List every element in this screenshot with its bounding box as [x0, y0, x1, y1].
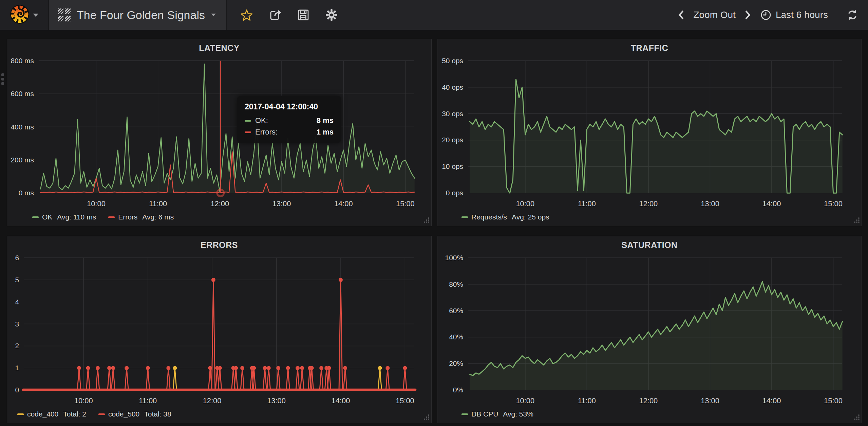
errors-chart[interactable]: 012345610:0011:0012:0013:0014:0015:00 [7, 236, 431, 423]
gear-icon [325, 8, 338, 21]
panel-errors: ERRORS 012345610:0011:0012:0013:0014:001… [7, 236, 432, 423]
panel-title-errors[interactable]: ERRORS [7, 240, 431, 250]
spike-code_500 [167, 368, 170, 390]
x-tick-label: 12:00 [210, 199, 229, 208]
panel-title-traffic[interactable]: TRAFFIC [437, 43, 862, 53]
spike-dot-code_500 [111, 366, 115, 370]
spike-dot-code_500 [276, 366, 280, 370]
spike-code_500 [300, 368, 304, 390]
spike-code_500 [263, 368, 266, 390]
series-fill [40, 64, 414, 193]
chevron-down-icon [211, 14, 216, 16]
panel-title-saturation[interactable]: SATURATION [437, 240, 862, 250]
latency-tooltip: 2017-04-04 12:00:40 OK: 8 ms Errors: 1 m… [237, 96, 341, 143]
y-tick-label: 0 [15, 386, 19, 394]
dashboard-grid: LATENCY 0 ms200 ms400 ms600 ms800 ms10:0… [0, 31, 868, 423]
saturation-chart[interactable]: 0%20%40%60%80%100%10:0011:0012:0013:0014… [437, 236, 862, 423]
spike-dot-code_500 [385, 366, 390, 370]
y-tick-label: 1 [15, 364, 19, 372]
spike-dot-code_500 [267, 366, 271, 370]
y-tick-label: 40% [449, 333, 463, 341]
save-button[interactable] [297, 9, 309, 21]
grafana-menu-button[interactable] [0, 0, 49, 30]
tooltip-timestamp: 2017-04-04 12:00:40 [245, 102, 334, 111]
y-tick-label: 5 [15, 276, 19, 284]
tooltip-value: 8 ms [317, 116, 334, 125]
latency-legend: OKAvg: 110 msErrorsAvg: 6 ms [32, 213, 174, 221]
panel-title-latency[interactable]: LATENCY [7, 43, 431, 53]
spike-code_500 [267, 368, 270, 390]
row-drag-handle[interactable] [1, 73, 4, 85]
legend-series-stat: Avg: 25 ops [512, 213, 549, 221]
zoom-out-button[interactable]: Zoom Out [693, 10, 735, 20]
spike-dot-code_500 [211, 278, 215, 282]
spike-code_500 [386, 368, 389, 390]
legend-series-stat: Avg: 110 ms [57, 213, 96, 221]
legend-series-name: Errors [118, 213, 137, 221]
legend-series-name: Requests/s [471, 213, 507, 221]
panel-latency: LATENCY 0 ms200 ms400 ms600 ms800 ms10:0… [7, 39, 432, 226]
spike-code_500 [77, 368, 81, 390]
grafana-logo-icon [10, 4, 30, 25]
panel-resize-handle[interactable] [854, 217, 860, 225]
spike-code_500 [218, 368, 222, 390]
spike-dot-code_500 [96, 366, 100, 370]
legend-series-stat: Avg: 53% [503, 410, 533, 418]
legend-series-name: OK [42, 213, 52, 221]
panel-resize-handle[interactable] [423, 414, 430, 422]
x-tick-label: 14:00 [334, 199, 353, 208]
y-tick-label: 3 [15, 320, 19, 328]
share-button[interactable] [269, 8, 282, 21]
navbar: The Four Golden Signals [0, 0, 868, 31]
errors-legend: code_400Total: 2code_500Total: 38 [17, 410, 171, 418]
spike-code_500 [241, 368, 244, 390]
x-tick-label: 12:00 [639, 396, 658, 405]
spike-dot-code_500 [286, 366, 290, 370]
star-button[interactable] [240, 9, 253, 21]
spike-dot-code_500 [327, 366, 331, 370]
time-forward-button[interactable] [745, 11, 751, 19]
spike-dot-code_500 [300, 366, 304, 370]
panel-resize-handle[interactable] [423, 217, 430, 225]
spike-code_500 [108, 368, 111, 390]
tooltip-label: OK: [255, 116, 268, 125]
spike-code_500 [111, 368, 115, 390]
time-range-picker[interactable]: Last 6 hours [760, 9, 828, 21]
legend-series-stat: Total: 2 [63, 410, 86, 418]
legend-item-code_500[interactable]: code_500Total: 38 [98, 410, 171, 418]
time-range-label: Last 6 hours [776, 10, 828, 20]
tooltip-value: 1 ms [317, 128, 334, 137]
x-tick-label: 15:00 [824, 199, 843, 208]
legend-item-Requests/s[interactable]: Requests/sAvg: 25 ops [461, 213, 549, 221]
y-tick-label: 10 ops [442, 162, 463, 170]
spike-code_500 [327, 368, 331, 390]
y-tick-label: 20% [449, 359, 463, 367]
x-tick-label: 10:00 [87, 199, 106, 208]
refresh-button[interactable] [846, 9, 858, 21]
time-back-button[interactable] [678, 11, 684, 19]
y-tick-label: 50 ops [442, 57, 463, 65]
x-tick-label: 13:00 [272, 199, 291, 208]
settings-button[interactable] [325, 8, 338, 21]
y-tick-label: 600 ms [11, 90, 34, 97]
legend-item-OK[interactable]: OKAvg: 110 ms [32, 213, 96, 221]
legend-series-stat: Avg: 6 ms [142, 213, 174, 221]
traffic-chart[interactable]: 0 ops10 ops20 ops30 ops40 ops50 ops10:00… [437, 39, 862, 226]
latency-chart[interactable]: 0 ms200 ms400 ms600 ms800 ms10:0011:0012… [7, 39, 431, 226]
spike-code_500 [277, 368, 280, 390]
spike-code_500 [125, 368, 128, 390]
x-tick-label: 13:00 [701, 199, 719, 208]
legend-series-stat: Total: 38 [144, 410, 171, 418]
x-tick-label: 10:00 [74, 396, 93, 405]
series-fill [470, 282, 842, 390]
y-tick-label: 6 [15, 254, 19, 262]
saturation-legend: DB CPUAvg: 53% [461, 410, 533, 418]
star-icon [241, 10, 252, 20]
save-icon [297, 9, 309, 21]
spike-dot-code_500 [86, 366, 90, 370]
legend-item-code_400[interactable]: code_400Total: 2 [17, 410, 86, 418]
dashboard-title-button[interactable]: The Four Golden Signals [49, 0, 227, 30]
legend-item-Errors[interactable]: ErrorsAvg: 6 ms [108, 213, 174, 221]
legend-item-DB CPU[interactable]: DB CPUAvg: 53% [461, 410, 533, 418]
panel-resize-handle[interactable] [854, 414, 860, 422]
